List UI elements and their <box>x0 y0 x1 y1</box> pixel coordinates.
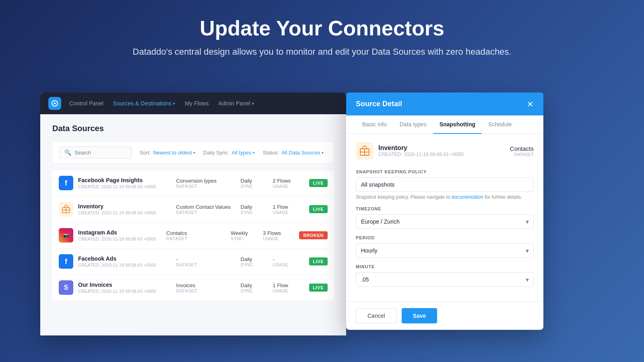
instagram-icon: 📷 <box>59 228 73 243</box>
facebook-icon: f <box>59 176 73 190</box>
period-section: PERIOD Hourly Daily Weekly <box>356 235 534 258</box>
timezone-select[interactable]: Europe / Zurich UTC America / New_York <box>356 214 534 229</box>
row-dataset: Invoices DATASET <box>176 282 241 293</box>
row-source-info: Inventory CREATED: 2020-11-19 09:08:43 +… <box>78 203 176 215</box>
table-row[interactable]: Inventory CREATED: 2020-11-19 09:08:43 +… <box>52 196 334 222</box>
documentation-link[interactable]: documentation <box>452 194 483 200</box>
period-select-wrapper: Hourly Daily Weekly <box>356 243 534 258</box>
status-badge: LIVE <box>309 205 328 213</box>
source-item-left: Inventory CREATED: 2020-11-19 09:08:43 +… <box>356 142 464 160</box>
chevron-down-icon: ▾ <box>173 101 175 106</box>
source-item-right: Contacts DATASET <box>510 145 534 157</box>
detail-footer: Cancel Save <box>346 301 543 330</box>
page-title: Data Sources <box>52 124 334 133</box>
chevron-down-icon-admin: ▾ <box>252 101 254 106</box>
row-sync: Weekly SYNC <box>231 230 263 241</box>
row-source-info: Facebook Ads CREATED: 2020-11-19 09:08:4… <box>78 255 176 267</box>
row-sync: Daily SYNC <box>241 178 273 189</box>
data-rows-container: f Facebook Page Insights CREATED: 2020-1… <box>52 170 334 300</box>
minute-select-wrapper: .05 .10 .15 .30 <box>356 272 534 287</box>
detail-header: Source Detail ✕ <box>346 93 543 115</box>
tab-snapshotting[interactable]: Snapshotting <box>433 115 482 134</box>
search-input[interactable] <box>74 150 126 156</box>
status-badge: BROKEN <box>299 231 328 239</box>
sync-filter: Daily Sync: All types ▾ <box>203 150 255 156</box>
hero-section: Update Your Connectors Dataddo's central… <box>0 0 644 69</box>
sort-filter: Sort: Newest to oldest ▾ <box>140 150 195 156</box>
row-sync: Daily SYNC <box>241 282 273 293</box>
sync-dropdown[interactable]: All types ▾ <box>232 150 255 156</box>
timezone-section: TIMEZONE Europe / Zurich UTC America / N… <box>356 206 534 229</box>
tab-schedule[interactable]: Schedule <box>482 115 518 134</box>
row-flows: - USAGE <box>273 256 309 267</box>
row-dataset: Custom Contact Values DATASET <box>176 204 241 215</box>
snapshot-policy-input[interactable] <box>356 177 534 192</box>
detail-content: Inventory CREATED: 2020-11-19 09:08:43 +… <box>346 134 543 301</box>
nav-control-panel[interactable]: Control Panel <box>69 100 103 107</box>
row-dataset: Conversion types DATASET <box>176 178 241 189</box>
inventory-icon <box>59 202 73 216</box>
table-row[interactable]: S Our Invoices CREATED: 2020-11-19 09:08… <box>52 275 334 300</box>
source-item-icon <box>356 142 374 160</box>
hero-subtitle: Dataddo's central design allows you to m… <box>8 47 636 57</box>
facebook-icon: f <box>59 254 73 269</box>
period-select[interactable]: Hourly Daily Weekly <box>356 243 534 258</box>
chevron-down-icon-sort: ▾ <box>193 150 195 155</box>
close-button[interactable]: ✕ <box>527 100 534 108</box>
tab-data-types[interactable]: Data types <box>393 115 433 134</box>
row-source-info: Facebook Page Insights CREATED: 2020-11-… <box>78 177 176 189</box>
timezone-select-wrapper: Europe / Zurich UTC America / New_York <box>356 214 534 229</box>
row-flows: 2 Flows USAGE <box>273 178 309 189</box>
snapshot-policy-section: SNAPSHOT KEEPING POLICY Snapshot keeping… <box>356 169 534 200</box>
table-row[interactable]: f Facebook Ads CREATED: 2020-11-19 09:08… <box>52 249 334 275</box>
sort-dropdown[interactable]: Newest to oldest ▾ <box>153 150 195 156</box>
detail-title: Source Detail <box>356 100 402 108</box>
nav-my-flows[interactable]: My Flows <box>185 100 208 107</box>
nav-admin-panel[interactable]: Admin Panel ▾ <box>218 100 254 107</box>
row-sync: Daily SYNC <box>241 256 273 267</box>
row-sync: Daily SYNC <box>241 204 273 215</box>
status-badge: LIVE <box>309 257 328 265</box>
navbar: Control Panel Sources & Destinations ▾ M… <box>40 93 346 114</box>
row-dataset: - DATASET <box>176 256 241 267</box>
chevron-down-icon-sync: ▾ <box>253 150 255 155</box>
status-badge: LIVE <box>309 179 328 187</box>
status-dropdown[interactable]: All Data Sources ▾ <box>281 150 324 156</box>
hero-title: Update Your Connectors <box>8 16 636 40</box>
table-row[interactable]: f Facebook Page Insights CREATED: 2020-1… <box>52 170 334 196</box>
row-flows: 3 Flows USAGE <box>263 230 299 241</box>
status-badge: LIVE <box>309 284 328 292</box>
row-flows: 1 Flow USAGE <box>273 204 309 215</box>
save-button[interactable]: Save <box>402 308 438 323</box>
stripe-icon: S <box>59 280 73 295</box>
chevron-down-icon-status: ▾ <box>322 150 324 155</box>
detail-tabs: Basic info Data types Snapshotting Sched… <box>346 115 543 134</box>
toolbar: 🔍 Sort: Newest to oldest ▾ Daily Sync: A… <box>52 141 334 164</box>
row-flows: 1 Flow USAGE <box>273 282 309 293</box>
minute-select[interactable]: .05 .10 .15 .30 <box>356 272 534 287</box>
status-filter: Status: All Data Sources ▾ <box>263 150 324 156</box>
row-dataset: Contatcs DATASET <box>166 230 231 241</box>
minute-section: MINUTE .05 .10 .15 .30 <box>356 264 534 287</box>
main-content: Data Sources 🔍 Sort: Newest to oldest ▾ … <box>40 114 346 335</box>
app-window: Control Panel Sources & Destinations ▾ M… <box>40 93 346 335</box>
row-source-info: Our Invoices CREATED: 2020-11-19 09:08:4… <box>78 282 176 294</box>
source-item-header: Inventory CREATED: 2020-11-19 09:08:43 +… <box>356 142 534 160</box>
hint-text: Snapshot keeping policy. Please navigate… <box>356 194 534 200</box>
tab-basic-info[interactable]: Basic info <box>356 115 393 134</box>
search-box[interactable]: 🔍 <box>59 146 132 158</box>
nav-sources-destinations[interactable]: Sources & Destinations ▾ <box>113 100 175 107</box>
nav-logo <box>48 97 61 110</box>
search-icon: 🔍 <box>64 149 71 156</box>
cancel-button[interactable]: Cancel <box>356 308 397 323</box>
source-item-info: Inventory CREATED: 2020-11-19 09:08:43 +… <box>378 144 464 157</box>
table-row[interactable]: 📷 Instagram Ads CREATED: 2020-11-19 09:0… <box>52 222 334 249</box>
row-source-info: Instagram Ads CREATED: 2020-11-19 09:08:… <box>78 229 166 241</box>
source-detail-panel: Source Detail ✕ Basic info Data types Sn… <box>346 93 543 330</box>
nav-items: Control Panel Sources & Destinations ▾ M… <box>69 100 254 107</box>
